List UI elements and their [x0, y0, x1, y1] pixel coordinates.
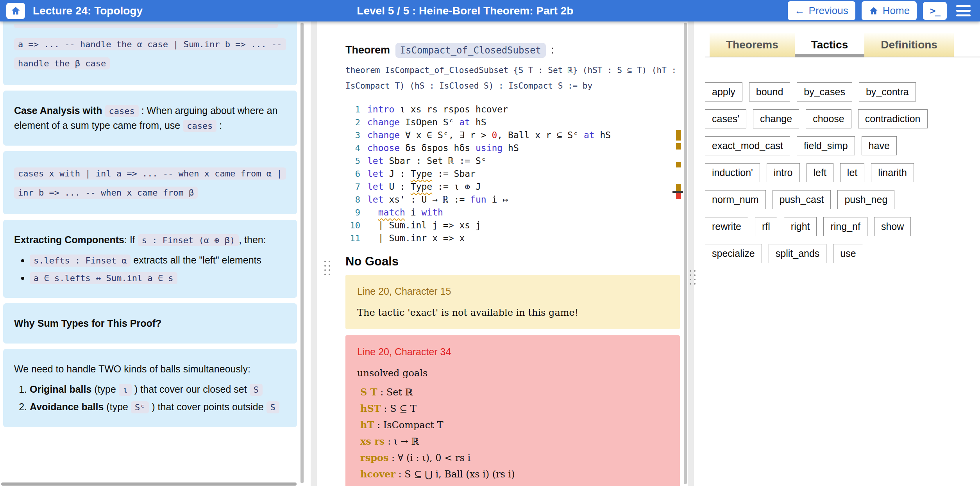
hypothesis-name: hST [360, 403, 381, 414]
menu-icon [956, 5, 971, 7]
tactic-use[interactable]: use [833, 244, 863, 263]
error-message-box: Line 20, Character 34 unsolved goals S T… [345, 335, 680, 486]
instruction-card: cases x with | inl a => ... -- when x ca… [3, 151, 297, 214]
tactic-row: exact_mod_castfield_simphave [705, 136, 980, 155]
middle-panel-scrollbar[interactable] [684, 23, 687, 484]
code-token: := Sbar [432, 169, 476, 179]
no-goals-label: No Goals [345, 255, 684, 269]
hypothesis-type: Set ℝ [386, 387, 413, 398]
editor-mode-button[interactable]: >_ [923, 2, 947, 20]
tactic-rfl[interactable]: rfl [755, 217, 777, 236]
hypothesis-separator: : [381, 403, 390, 414]
code-token: J : [384, 169, 411, 179]
terminal-icon: >_ [930, 5, 940, 16]
previous-level-button[interactable]: ← Previous [788, 1, 855, 20]
code-line: 11 | Sum.inr x => x [345, 232, 684, 245]
instructions-panel: a => ... -- handle the α case | Sum.inr … [0, 21, 299, 486]
text-run: (type [91, 384, 118, 395]
tactic-have[interactable]: have [862, 136, 897, 155]
home-button[interactable]: Home [862, 1, 917, 20]
code-text: change ∀ x ∈ Sᶜ, ∃ r > 0, Ball x r ⊆ Sᶜ … [367, 129, 611, 142]
inline-code: Sᶜ [131, 401, 149, 413]
code-token: i ↦ [486, 194, 508, 205]
tactic-norm_num[interactable]: norm_num [705, 190, 766, 209]
inline-code: cases [183, 120, 216, 132]
code-token: ι xs rs rspos hcover [394, 104, 508, 114]
code-line: 1intro ι xs rs rspos hcover [345, 103, 684, 116]
inline-code: cases x with | inl a => ... -- when x ca… [14, 167, 286, 199]
left-panel-scrollbar[interactable] [300, 23, 304, 483]
tactic-bound[interactable]: bound [749, 82, 790, 101]
inline-code: cases [105, 105, 139, 117]
instruction-card: Why Sum Types for This Proof? [3, 303, 297, 344]
inventory-tabs: Theorems Tactics Definitions [705, 33, 980, 57]
tactic-row: specializesplit_andsuse [705, 244, 980, 263]
game-title: Lecture 24: Topology [33, 5, 143, 17]
tactic-cases'[interactable]: cases' [705, 109, 746, 128]
code-token: let [367, 169, 384, 179]
header-actions: ← Previous Home >_ [788, 1, 974, 20]
card-text: We need to handle TWO kinds of balls sim… [14, 361, 286, 377]
code-token: ∀ x ∈ Sᶜ, ∃ r > [400, 130, 492, 140]
tactic-split_ands[interactable]: split_ands [769, 244, 827, 263]
tactic-push_neg[interactable]: push_neg [837, 190, 894, 209]
inline-code: S [250, 384, 263, 396]
menu-button[interactable] [953, 2, 974, 20]
tactic-apply[interactable]: apply [705, 82, 742, 101]
tactic-left[interactable]: left [807, 163, 833, 182]
hypothesis-separator: : [395, 469, 404, 480]
left-panel-horizontal-scrollbar[interactable] [1, 482, 297, 486]
code-editor[interactable]: 1intro ι xs rs rspos hcover2change IsOpe… [345, 103, 684, 248]
left-panel-resize-handle[interactable] [324, 261, 330, 275]
code-token: IsOpen Sᶜ [400, 117, 459, 127]
theorem-colon: : [551, 44, 554, 56]
inline-code: s : Finset (α ⊕ β) [138, 234, 239, 246]
tab-theorems[interactable]: Theorems [710, 33, 795, 57]
tactic-right[interactable]: right [784, 217, 817, 236]
tactic-contradiction[interactable]: contradiction [858, 109, 928, 128]
hypothesis-name: xs rs [360, 436, 384, 447]
hypothesis-type: IsCompact T [383, 420, 444, 431]
code-token: choose [367, 143, 400, 153]
tactic-linarith[interactable]: linarith [871, 163, 914, 182]
code-token: δs δspos hδs [400, 143, 476, 153]
right-panel-resize-handle[interactable] [690, 270, 696, 285]
tactic-choose[interactable]: choose [806, 109, 851, 128]
code-text: let U : Type := ι ⊕ J [367, 180, 481, 193]
tactic-field_simp[interactable]: field_simp [797, 136, 855, 155]
tactic-by_contra[interactable]: by_contra [859, 82, 916, 101]
code-token: let [367, 194, 384, 205]
theorem-name-pill: IsCompact_of_ClosedSubset [395, 43, 546, 58]
tactic-intro[interactable]: intro [767, 163, 800, 182]
left-divider [311, 21, 317, 486]
text-run: ) that cover our closed set [132, 384, 250, 395]
code-text: match i with [367, 206, 443, 219]
tactic-change[interactable]: change [753, 109, 799, 128]
tactic-show[interactable]: show [874, 217, 911, 236]
code-token: U : [384, 182, 411, 192]
ruler-red-mark [676, 193, 681, 199]
error-text: unsolved goals [357, 368, 668, 379]
home-icon-button[interactable] [6, 3, 25, 19]
inline-code: a ∈ s.lefts ↔ Sum.inl a ∈ s [30, 272, 177, 284]
inline-code: a => ... -- handle the α case | Sum.inr … [14, 38, 286, 69]
hypothesis-row: rspos : ∀ (i : ι), 0 < rs i [357, 450, 668, 466]
tactic-specialize[interactable]: specialize [705, 244, 762, 263]
card-text: Case Analysis with cases : When arguing … [14, 103, 286, 134]
tactic-rewrite[interactable]: rewrite [705, 217, 748, 236]
line-number: 2 [345, 116, 367, 129]
tactic-by_cases[interactable]: by_cases [797, 82, 852, 101]
list-item: Original balls (type ι ) that cover our … [30, 382, 286, 397]
tactic-ring_nf[interactable]: ring_nf [823, 217, 867, 236]
tactic-induction'[interactable]: induction' [705, 163, 760, 182]
tactic-exact_mod_cast[interactable]: exact_mod_cast [705, 136, 790, 155]
bold-text: Why Sum Types for This Proof? [14, 318, 161, 329]
code-token: Type [411, 169, 432, 179]
hypothesis-separator: : [377, 387, 386, 398]
hypothesis-type: ι → ℝ [394, 436, 419, 447]
tactic-let[interactable]: let [840, 163, 864, 182]
tab-definitions[interactable]: Definitions [864, 33, 954, 57]
tab-tactics[interactable]: Tactics [795, 33, 864, 57]
tactic-push_cast[interactable]: push_cast [773, 190, 831, 209]
instruction-card: Extracting Components: If s : Finset (α … [3, 220, 297, 298]
